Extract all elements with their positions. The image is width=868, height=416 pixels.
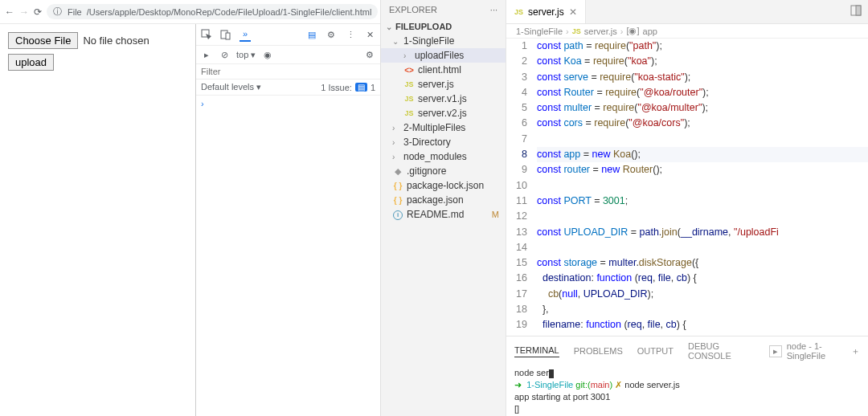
tab-server-js[interactable]: JS server.js ✕	[506, 0, 586, 23]
close-icon[interactable]: ✕	[569, 6, 577, 18]
terminal-tabs: TERMINALPROBLEMSOUTPUTDEBUG CONSOLE▸node…	[506, 336, 868, 365]
file-item[interactable]: { }package-lock.json	[381, 178, 506, 193]
chevron-down-icon: ⌄	[392, 37, 400, 46]
file-item[interactable]: <>client.html	[381, 63, 506, 77]
chevron-right-icon: ›	[392, 138, 400, 147]
item-label: .gitignore	[407, 165, 446, 177]
devtools-more-tabs[interactable]: »	[240, 27, 251, 42]
item-label: server.js	[418, 79, 454, 90]
item-label: node_modules	[403, 151, 467, 162]
context-selector[interactable]: top ▾	[236, 50, 256, 60]
device-icon[interactable]	[220, 29, 231, 40]
chevron-right-icon: ›	[566, 27, 569, 36]
add-terminal-icon[interactable]: ＋	[851, 345, 860, 357]
upload-button[interactable]: upload	[8, 54, 54, 71]
item-label: package-lock.json	[407, 180, 484, 191]
terminal-tab[interactable]: OUTPUT	[637, 346, 674, 356]
reload-icon[interactable]: ⟳	[34, 6, 42, 18]
file-item[interactable]: { }package.json	[381, 193, 506, 207]
url-prefix: File	[68, 7, 82, 17]
code-editor[interactable]: 12345678910111213141516171819 const path…	[506, 39, 868, 336]
shell-selector[interactable]: ▸	[769, 345, 782, 357]
crumb-symbol[interactable]: app	[643, 27, 657, 36]
editor-actions[interactable]	[850, 5, 868, 18]
issues-label: 1 Issue:	[321, 83, 352, 92]
url-path: /Users/apple/Desktop/MonoRep/Code/FileUp…	[87, 7, 372, 17]
chevron-right-icon: ›	[392, 124, 400, 133]
kebab-icon[interactable]: ⋮	[345, 29, 356, 40]
item-label: 2-MultipleFiles	[403, 122, 465, 133]
js-icon: JS	[403, 95, 415, 103]
shell-label: node - 1-SingleFile	[787, 341, 846, 361]
gear-icon[interactable]: ⚙	[326, 29, 337, 40]
file-item[interactable]: JSserver.v2.js	[381, 106, 506, 120]
item-label: server.v2.js	[418, 108, 467, 119]
item-label: 1-SingleFile	[403, 35, 454, 47]
js-icon: JS	[403, 109, 415, 117]
eye-icon[interactable]: ◉	[262, 49, 273, 60]
file-item[interactable]: JSserver.js	[381, 77, 506, 92]
vscode-pane: EXPLORER ··· ⌄ FILEUPLOAD ⌄1-SingleFile›…	[381, 0, 868, 416]
item-label: package.json	[407, 194, 464, 206]
file-item[interactable]: ◆.gitignore	[381, 164, 506, 178]
url-box[interactable]: ⓘ File /Users/apple/Desktop/MonoRep/Code…	[47, 4, 378, 19]
back-icon[interactable]: ←	[5, 6, 14, 18]
folder-item[interactable]: ›uploadFiles	[381, 48, 506, 63]
forward-icon[interactable]: →	[19, 6, 29, 18]
folder-item[interactable]: ›node_modules	[381, 149, 506, 164]
folder-item[interactable]: ›2-MultipleFiles	[381, 120, 506, 135]
json-icon: { }	[392, 181, 403, 190]
browser-pane: ← → ⟳ ⓘ File /Users/apple/Desktop/MonoRe…	[0, 0, 381, 416]
item-label: server.v1.js	[418, 93, 467, 104]
svg-rect-2	[226, 33, 230, 39]
issues-count: 1	[371, 83, 375, 92]
symbol-icon: [◉]	[626, 26, 639, 36]
file-icon: ⓘ	[53, 6, 63, 18]
explorer-more-icon[interactable]: ···	[490, 5, 497, 14]
chevron-right-icon: ›	[403, 51, 411, 60]
breadcrumb[interactable]: 1-SingleFile › JS server.js › [◉] app	[506, 24, 868, 39]
item-label: uploadFiles	[415, 50, 464, 61]
editor-area: JS server.js ✕ 1-SingleFile › JS server.…	[506, 0, 868, 416]
choose-file-button[interactable]: Choose File	[8, 32, 78, 49]
terminal-tab[interactable]: DEBUG CONSOLE	[688, 341, 755, 361]
terminal-tab[interactable]: PROBLEMS	[574, 346, 623, 356]
info-icon: i	[392, 209, 403, 220]
item-label: 3-Directory	[403, 137, 451, 148]
crumb-folder[interactable]: 1-SingleFile	[516, 27, 563, 36]
folder-item[interactable]: ›3-Directory	[381, 135, 506, 149]
item-label: README.md	[407, 209, 464, 220]
file-item[interactable]: JSserver.v1.js	[381, 92, 506, 106]
git-icon: ◆	[392, 166, 403, 177]
console-issues-icon[interactable]: ▤	[306, 29, 317, 40]
tab-label: server.js	[528, 6, 564, 18]
terminal-output[interactable]: node ser➜ 1-SingleFile git:(main) ✗ node…	[506, 365, 868, 416]
explorer-title: EXPLORER	[389, 5, 437, 14]
filter-input[interactable]	[196, 64, 380, 79]
page-content: Choose File No file chosen upload	[0, 24, 195, 416]
terminal-panel: TERMINALPROBLEMSOUTPUTDEBUG CONSOLE▸node…	[506, 336, 868, 416]
item-label: client.html	[418, 64, 461, 75]
json-icon: { }	[392, 196, 403, 205]
file-item[interactable]: iREADME.mdM	[381, 207, 506, 222]
gear-icon[interactable]: ⚙	[364, 49, 375, 60]
console-prompt[interactable]: ›	[196, 96, 380, 112]
terminal-tab[interactable]: TERMINAL	[514, 345, 559, 357]
log-levels-dropdown[interactable]: Default levels ▾	[201, 82, 261, 92]
chevron-down-icon: ⌄	[386, 22, 394, 31]
no-file-label: No file chosen	[83, 35, 149, 47]
inspect-icon[interactable]	[201, 29, 212, 40]
folder-item[interactable]: ⌄1-SingleFile	[381, 34, 506, 48]
svg-rect-4	[856, 6, 861, 15]
crumb-file[interactable]: server.js	[584, 27, 617, 36]
clear-icon[interactable]: ⊘	[219, 49, 230, 60]
js-icon: JS	[572, 27, 581, 35]
play-icon[interactable]: ▸	[201, 49, 212, 60]
issues-indicator[interactable]: 1 Issue: ▤ 1	[321, 83, 375, 92]
js-icon: JS	[514, 8, 523, 16]
explorer-root[interactable]: ⌄ FILEUPLOAD	[381, 19, 506, 34]
js-icon: JS	[403, 80, 415, 88]
editor-tabs: JS server.js ✕	[506, 0, 868, 24]
issue-badge-icon: ▤	[355, 83, 367, 92]
close-icon[interactable]: ✕	[364, 29, 375, 40]
